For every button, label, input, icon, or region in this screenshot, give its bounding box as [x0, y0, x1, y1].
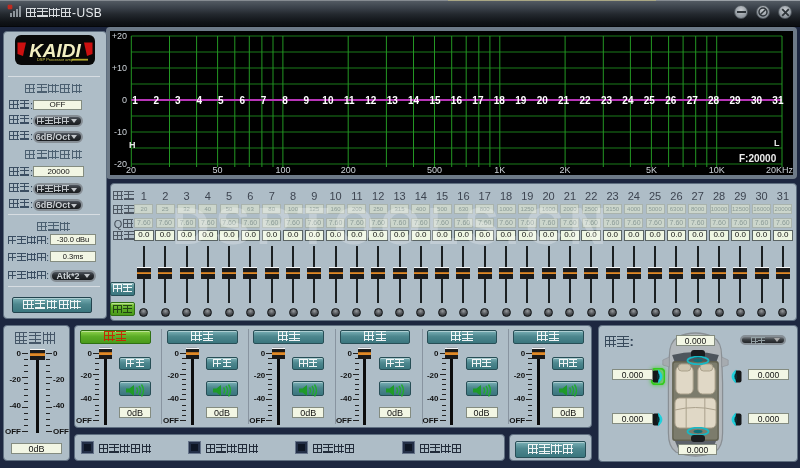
svg-text:50: 50	[213, 165, 223, 175]
svg-text:1: 1	[132, 95, 138, 106]
svg-text:-10: -10	[114, 127, 127, 137]
svg-text:22: 22	[579, 95, 591, 106]
svg-text:4: 4	[197, 95, 203, 106]
svg-text:F:20000: F:20000	[739, 153, 777, 164]
svg-text:24: 24	[622, 95, 634, 106]
svg-text:12: 12	[365, 95, 377, 106]
svg-text:+10: +10	[112, 63, 127, 73]
svg-text:31: 31	[772, 95, 784, 106]
svg-text:28: 28	[708, 95, 720, 106]
svg-text:10K: 10K	[709, 165, 725, 175]
svg-text:25: 25	[644, 95, 656, 106]
svg-text:2K: 2K	[560, 165, 571, 175]
svg-text:13: 13	[387, 95, 399, 106]
svg-text:16: 16	[451, 95, 463, 106]
svg-text:20: 20	[126, 165, 136, 175]
svg-text:20KHz: 20KHz	[766, 165, 794, 175]
svg-text:21: 21	[558, 95, 570, 106]
svg-text:10: 10	[322, 95, 334, 106]
svg-text:14: 14	[408, 95, 420, 106]
svg-text:7: 7	[261, 95, 267, 106]
svg-text:29: 29	[729, 95, 741, 106]
svg-text:30: 30	[751, 95, 763, 106]
svg-text:L: L	[774, 138, 780, 148]
svg-text:23: 23	[601, 95, 613, 106]
svg-text:3: 3	[175, 95, 181, 106]
svg-text:2: 2	[154, 95, 160, 106]
svg-text:6: 6	[239, 95, 245, 106]
svg-text:500: 500	[427, 165, 442, 175]
svg-text:200: 200	[341, 165, 356, 175]
svg-text:5K: 5K	[646, 165, 657, 175]
svg-text:5: 5	[218, 95, 224, 106]
svg-text:19: 19	[515, 95, 527, 106]
svg-text:15: 15	[429, 95, 441, 106]
svg-text:1K: 1K	[494, 165, 505, 175]
svg-text:+20: +20	[112, 31, 127, 41]
svg-text:26: 26	[665, 95, 677, 106]
svg-text:DSP Processor amp: DSP Processor amp	[37, 57, 74, 62]
svg-text:17: 17	[472, 95, 484, 106]
svg-text:0: 0	[122, 95, 127, 105]
svg-text:9: 9	[304, 95, 310, 106]
svg-text:H: H	[129, 140, 136, 150]
svg-text:20: 20	[537, 95, 549, 106]
svg-text:100: 100	[275, 165, 290, 175]
svg-text:11: 11	[344, 95, 355, 106]
svg-text:18: 18	[494, 95, 506, 106]
svg-text:27: 27	[687, 95, 699, 106]
svg-text:8: 8	[282, 95, 288, 106]
